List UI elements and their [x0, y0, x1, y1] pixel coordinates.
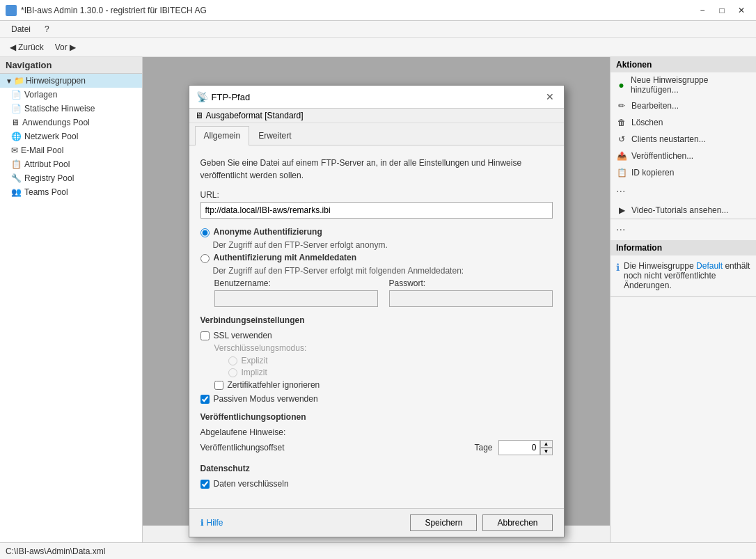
sidebar-item-netzwerkpool[interactable]: 🌐 Netzwerk Pool [0, 129, 142, 143]
navigation-header: Navigation [0, 57, 142, 74]
action-neue[interactable]: ● Neue Hinweisgruppe hinzufügen... [611, 72, 756, 97]
sidebar-item-emailpool[interactable]: ✉ E-Mail Pool [0, 143, 142, 157]
anonym-desc: Der Zugriff auf den FTP-Server erfolgt a… [213, 240, 553, 250]
action-loeschen[interactable]: 🗑 Löschen [611, 114, 756, 131]
info-icon: ℹ [616, 262, 620, 273]
spinner-down-button[interactable]: ▼ [540, 448, 553, 455]
action-bearbeiten-label: Bearbeiten... [631, 101, 679, 111]
info-section-panel: Information ℹ Die Hinweisgruppe Default … [611, 240, 756, 297]
sidebar-item-registrypool[interactable]: 🔧 Registry Pool [0, 171, 142, 185]
password-label: Passwort: [389, 278, 553, 288]
info-link[interactable]: Default [696, 261, 723, 271]
registrypool-icon: 🔧 [11, 173, 22, 183]
password-input[interactable] [389, 290, 553, 307]
forward-button[interactable]: Vor ▶ [51, 41, 80, 54]
status-path: C:\IBI-aws\Admin\Data.xml [6, 546, 105, 556]
info-content: ℹ Die Hinweisgruppe Default enthält noch… [611, 255, 756, 296]
connection-header: Verbindungseinstellungen [200, 315, 553, 325]
explizit-radio[interactable] [228, 356, 237, 365]
verschl-label: Verschlüsselungsmodus: [214, 343, 307, 353]
menu-help[interactable]: ? [39, 23, 55, 36]
connection-settings: Verbindungseinstellungen SSL verwenden V… [200, 315, 553, 404]
ssl-row: SSL verwenden [200, 331, 553, 340]
implizit-row: Implizit [228, 368, 553, 377]
explizit-label: Explizit [242, 356, 268, 365]
emailpool-icon: ✉ [11, 145, 18, 155]
sidebar-item-teamspool[interactable]: 👥 Teams Pool [0, 185, 142, 199]
attributpool-icon: 📋 [11, 159, 22, 169]
zertifikat-checkbox[interactable] [214, 381, 223, 390]
tab-allgemein[interactable]: Allgemein [195, 126, 250, 145]
vorlagen-icon: 📄 [11, 90, 22, 100]
sidebar-item-hinweisgruppen[interactable]: ▼ 📁 Hinweisgruppen [0, 74, 142, 88]
statische-label: Statische Hinweise [24, 104, 95, 113]
spinner-up-button[interactable]: ▲ [540, 440, 553, 448]
help-label: Hilfe [207, 518, 223, 528]
title-bar-left: *IBI-aws Admin 1.30.0 - registriert für … [6, 5, 207, 16]
bearbeiten-icon: ✏ [616, 100, 627, 111]
tab-erweitert[interactable]: Erweitert [249, 126, 300, 145]
url-input[interactable] [200, 202, 553, 219]
save-button[interactable]: Speichern [410, 514, 477, 531]
action-idkopieren[interactable]: 📋 ID kopieren [611, 164, 756, 181]
cancel-button[interactable]: Abbrechen [482, 514, 552, 531]
cred-label: Authentifizierung mit Anmeldedaten [214, 253, 357, 262]
maximize-button[interactable]: □ [713, 3, 731, 17]
abgelaufene-label: Abgelaufene Hinweise: [200, 427, 286, 437]
minimize-button[interactable]: − [693, 3, 711, 17]
ftp-dialog: 📡 FTP-Pfad ✕ 🖥 Ausgabeformat [Standard] … [189, 85, 565, 537]
emailpool-label: E-Mail Pool [21, 145, 63, 155]
dialog-footer: ℹ Hilfe Speichern Abbrechen [189, 508, 564, 537]
offset-input[interactable] [498, 440, 540, 455]
hinweisgruppen-label: Hinweisgruppen [26, 76, 86, 86]
forward-label: Vor [55, 42, 68, 52]
cred-radio[interactable] [200, 254, 210, 263]
ssl-checkbox[interactable] [200, 331, 210, 340]
offset-label: Veröffentlichungsoffset [200, 443, 285, 452]
back-button[interactable]: ◀ Zurück [6, 41, 48, 54]
action-tutorials[interactable]: ▶ Video-Tutorials ansehen... [611, 202, 756, 219]
zertifikat-label: Zertifikatfehler ignorieren [228, 380, 320, 390]
passiv-checkbox[interactable] [200, 395, 210, 404]
vorlagen-label: Vorlagen [24, 90, 57, 100]
close-button[interactable]: ✕ [732, 3, 750, 17]
menu-bar: Datei ? [0, 21, 756, 38]
username-field: Benutzername: [214, 278, 378, 307]
passiv-label: Passiven Modus verwenden [214, 394, 318, 404]
action-bearbeiten[interactable]: ✏ Bearbeiten... [611, 97, 756, 114]
implizit-label: Implizit [242, 368, 267, 377]
help-link[interactable]: ℹ Hilfe [200, 518, 223, 528]
action-tutorials-label: Video-Tutorials ansehen... [631, 205, 728, 215]
action-loeschen-label: Löschen [631, 118, 663, 127]
anonym-option: Anonyme Authentifizierung [200, 227, 553, 237]
dialog-title-left: 📡 FTP-Pfad [196, 91, 251, 102]
sidebar-item-anwendungspool[interactable]: 🖥 Anwendungs Pool [0, 116, 142, 129]
dialog-toolbar-icon: 🖥 [195, 111, 203, 120]
action-veroeffentlichen[interactable]: 📤 Veröffentlichen... [611, 148, 756, 164]
sidebar: Navigation ▼ 📁 Hinweisgruppen 📄 Vorlagen… [0, 57, 143, 542]
dialog-close-button[interactable]: ✕ [543, 90, 557, 104]
anonym-radio[interactable] [200, 228, 210, 237]
cred-fields: Benutzername: Passwort: [214, 278, 553, 307]
action-clients[interactable]: ↺ Clients neustarten... [611, 131, 756, 148]
dialog-title-icon: 📡 [196, 91, 207, 102]
passiv-row: Passiven Modus verwenden [200, 394, 553, 404]
tage-label: Tage [474, 443, 492, 452]
url-label: URL: [200, 190, 553, 200]
neue-icon: ● [616, 79, 627, 90]
menu-datei[interactable]: Datei [6, 23, 36, 36]
back-label: Zurück [18, 42, 44, 52]
hinweisgruppen-icon: 📁 [14, 76, 24, 86]
sidebar-item-statische[interactable]: 📄 Statische Hinweise [0, 102, 142, 116]
implizit-radio[interactable] [228, 368, 237, 377]
zertifikat-row: Zertifikatfehler ignorieren [214, 380, 553, 390]
username-input[interactable] [214, 290, 378, 307]
sidebar-item-attributpool[interactable]: 📋 Attribut Pool [0, 157, 142, 171]
sidebar-item-vorlagen[interactable]: 📄 Vorlagen [0, 88, 142, 102]
dialog-title-text: FTP-Pfad [212, 92, 251, 102]
cred-desc: Der Zugriff auf den FTP-Server erfolgt m… [213, 266, 553, 276]
statische-icon: 📄 [11, 104, 22, 113]
help-icon: ℹ [200, 518, 204, 528]
encrypt-checkbox[interactable] [200, 480, 210, 489]
dialog-tabs: Allgemein Erweitert [189, 123, 564, 145]
